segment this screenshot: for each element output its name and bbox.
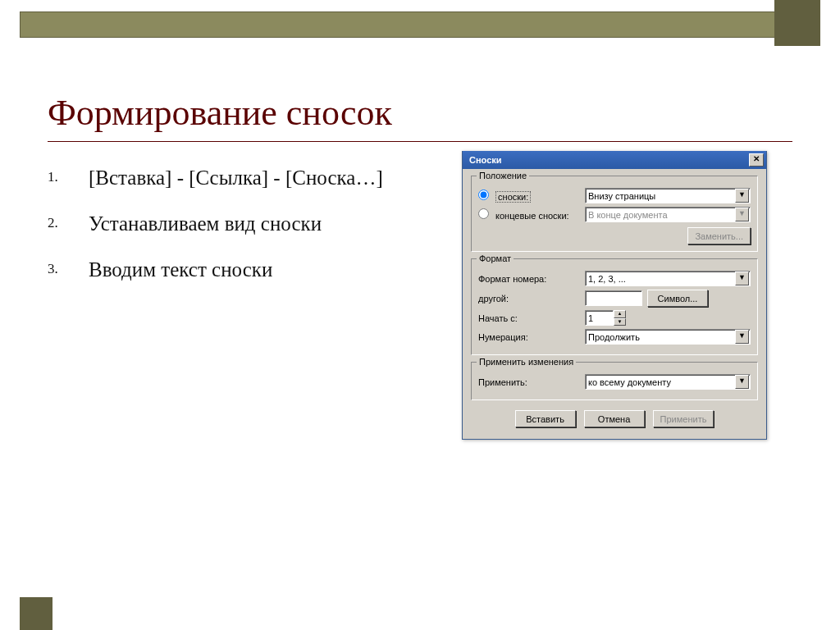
dropdown-value: В конце документа <box>588 210 668 220</box>
instruction-list: 1. [Вставка] - [Ссылка] - [Сноска…] 2. У… <box>48 164 425 301</box>
dialog-button-row: Вставить Отмена Применить <box>463 404 766 439</box>
chevron-down-icon[interactable]: ▼ <box>735 330 749 344</box>
dropdown-value: ко всему документу <box>588 377 671 387</box>
list-text: [Вставка] - [Ссылка] - [Сноска…] <box>89 164 425 192</box>
top-decor-square <box>774 0 820 46</box>
close-icon[interactable]: ✕ <box>749 153 764 167</box>
dropdown-value: 1, 2, 3, ... <box>588 274 626 284</box>
chevron-down-icon[interactable]: ▼ <box>735 189 749 203</box>
start-at-value[interactable]: 1 <box>585 310 614 326</box>
dropdown-value: Внизу страницы <box>588 191 655 201</box>
numbering-label: Нумерация: <box>478 332 585 342</box>
start-at-label: Начать с: <box>478 313 585 323</box>
group-legend: Формат <box>477 253 514 263</box>
title-underline <box>48 141 792 142</box>
dialog-titlebar[interactable]: Сноски ✕ <box>463 151 766 169</box>
group-legend: Применить изменения <box>477 357 576 367</box>
number-format-label: Формат номера: <box>478 274 585 284</box>
spinner-up-icon[interactable]: ▲ <box>614 310 626 318</box>
other-input[interactable] <box>585 290 642 306</box>
list-number: 2. <box>48 210 89 238</box>
apply-button: Применить <box>653 410 714 427</box>
insert-button[interactable]: Вставить <box>515 410 576 427</box>
group-legend: Положение <box>477 171 529 180</box>
group-apply: Применить изменения Применить: ко всему … <box>471 362 758 400</box>
chevron-down-icon: ▼ <box>735 208 749 221</box>
apply-to-dropdown[interactable]: ко всему документу ▼ <box>585 374 751 390</box>
list-item: 2. Устанавливаем вид сноски <box>48 210 425 238</box>
radio-footnotes[interactable]: сноски: <box>478 189 585 202</box>
top-decor-strip <box>20 11 820 38</box>
footnotes-dialog: Сноски ✕ Положение сноски: Внизу страниц… <box>462 151 767 440</box>
chevron-down-icon[interactable]: ▼ <box>735 375 749 389</box>
symbol-button[interactable]: Символ... <box>647 290 708 307</box>
bottom-decor-square <box>20 597 52 630</box>
dropdown-value: Продолжить <box>588 332 640 342</box>
spinner-down-icon[interactable]: ▼ <box>614 318 626 326</box>
list-text: Устанавливаем вид сноски <box>89 210 425 238</box>
slide-title: Формирование сносок <box>48 92 392 134</box>
chevron-down-icon[interactable]: ▼ <box>735 272 749 285</box>
apply-to-label: Применить: <box>478 377 585 387</box>
list-item: 3. Вводим текст сноски <box>48 256 425 284</box>
group-format: Формат Формат номера: 1, 2, 3, ... ▼ дру… <box>471 258 758 355</box>
other-label: другой: <box>478 294 585 304</box>
list-text: Вводим текст сноски <box>89 256 425 284</box>
list-number: 3. <box>48 256 89 284</box>
cancel-button[interactable]: Отмена <box>584 410 645 427</box>
list-number: 1. <box>48 164 89 192</box>
radio-footnotes-label: сноски: <box>495 191 531 203</box>
numbering-dropdown[interactable]: Продолжить ▼ <box>585 329 751 345</box>
radio-footnotes-input[interactable] <box>478 189 489 200</box>
start-at-spinner[interactable]: 1 ▲ ▼ <box>585 310 626 326</box>
dialog-title: Сноски <box>469 155 502 165</box>
list-item: 1. [Вставка] - [Ссылка] - [Сноска…] <box>48 164 425 192</box>
radio-endnotes[interactable]: концевые сноски: <box>478 208 585 221</box>
radio-endnotes-input[interactable] <box>478 208 489 219</box>
group-position: Положение сноски: Внизу страницы ▼ конце… <box>471 176 758 252</box>
swap-button: Заменить... <box>687 227 751 244</box>
number-format-dropdown[interactable]: 1, 2, 3, ... ▼ <box>585 271 751 286</box>
radio-endnotes-label: концевые сноски: <box>495 211 569 221</box>
footnotes-position-dropdown[interactable]: Внизу страницы ▼ <box>585 188 751 203</box>
endnotes-position-dropdown: В конце документа ▼ <box>585 207 751 222</box>
